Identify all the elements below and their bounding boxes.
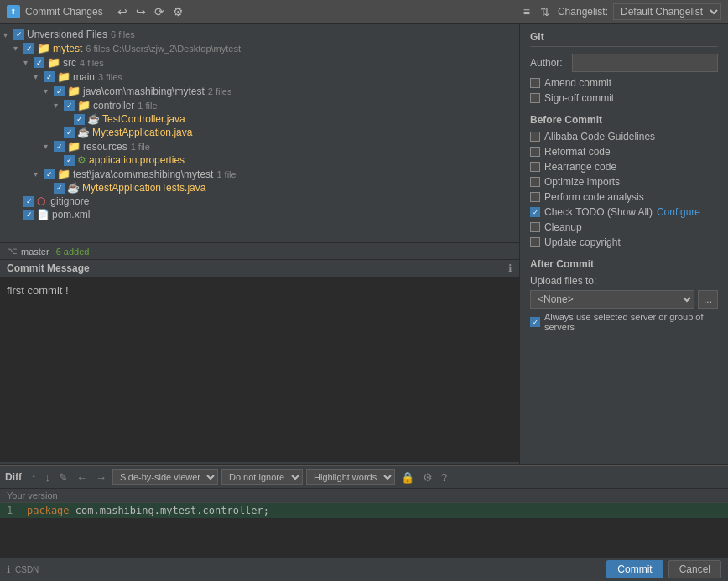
diff-section: Diff ↑ ↓ ✎ ← → Side-by-side viewer Do no… [0, 464, 728, 557]
cleanup-row[interactable]: Cleanup [530, 221, 718, 233]
commit-message-textarea[interactable]: first commit ! [0, 278, 519, 462]
always-use-checkbox[interactable] [530, 317, 540, 327]
diff-up-btn[interactable]: ↑ [29, 470, 39, 485]
diff-left-btn[interactable]: ← [74, 470, 90, 485]
check-todo-row[interactable]: Check TODO (Show All) Configure [530, 206, 718, 218]
tree-item-testcontroller[interactable]: ☕ TestController.java [0, 112, 519, 126]
tree-item-appprops[interactable]: ⚙ application.properties [0, 153, 519, 167]
alibaba-row[interactable]: Alibaba Code Guidelines [530, 131, 718, 143]
diff-down-btn[interactable]: ↓ [43, 470, 54, 485]
checkbox-pomxml[interactable] [23, 210, 34, 220]
checkbox-main[interactable] [44, 71, 55, 82]
reformat-checkbox[interactable] [530, 147, 540, 157]
tree-item-gitignore[interactable]: ⬡ .gitignore [0, 195, 519, 208]
amend-commit-row[interactable]: Amend commit [530, 77, 718, 89]
expand-arrow-unversioned[interactable]: ▾ [3, 30, 13, 39]
checkbox-controller[interactable] [64, 100, 75, 111]
java-path-label: java\com\mashibing\mytest [83, 86, 205, 97]
rearrange-row[interactable]: Rearrange code [530, 161, 718, 173]
tree-item-main[interactable]: ▾ 📁 main 3 files [0, 70, 519, 84]
diff-gear-btn[interactable]: ⚙ [420, 470, 435, 485]
bottom-actions: Commit Cancel [606, 560, 721, 578]
toolbar-actions: ↩ ↪ ⟳ ⚙ [115, 5, 186, 18]
checkbox-resources[interactable] [54, 141, 65, 152]
expand-arrow-controller[interactable]: ▾ [54, 101, 64, 110]
tree-item-test-path[interactable]: ▾ 📁 test\java\com\mashibing\mytest 1 fil… [0, 167, 519, 181]
checkbox-mytestapp[interactable] [64, 127, 75, 138]
checkbox-appprops[interactable] [64, 155, 75, 166]
checkbox-unversioned[interactable] [13, 29, 24, 40]
upload-btn[interactable]: ... [698, 290, 718, 309]
expand-button[interactable]: ⇅ [538, 5, 553, 18]
optimize-checkbox[interactable] [530, 177, 540, 187]
main-area: ▾ Unversioned Files 6 files ▾ 📁 mytest 6… [0, 24, 728, 464]
alibaba-checkbox[interactable] [530, 132, 540, 142]
amend-commit-checkbox[interactable] [530, 78, 540, 88]
checkbox-testcontroller[interactable] [74, 114, 85, 125]
diff-highlight-select[interactable]: Highlight words [306, 469, 395, 485]
checkbox-mytestapptests[interactable] [54, 183, 65, 194]
folder-icon-test-path: 📁 [57, 168, 70, 180]
expand-arrow-resources[interactable]: ▾ [44, 142, 54, 151]
sort-button[interactable]: ≡ [521, 5, 533, 18]
upload-select-row: <None> ... [530, 290, 718, 309]
tree-item-java-path[interactable]: ▾ 📁 java\com\mashibing\mytest 2 files [0, 84, 519, 98]
checkbox-mytest[interactable] [23, 43, 34, 54]
tree-item-unversioned[interactable]: ▾ Unversioned Files 6 files [0, 28, 519, 41]
tree-item-src[interactable]: ▾ 📁 src 4 files [0, 55, 519, 70]
upload-label: Upload files to: [530, 275, 718, 287]
rearrange-checkbox[interactable] [530, 162, 540, 172]
branch-name: master [21, 246, 49, 257]
cleanup-checkbox[interactable] [530, 222, 540, 232]
tree-item-controller[interactable]: ▾ 📁 controller 1 file [0, 98, 519, 112]
status-bar: ⌥ master 6 added [0, 242, 519, 259]
author-field: Author: [530, 54, 718, 72]
checkbox-src[interactable] [34, 57, 44, 68]
upload-select[interactable]: <None> [530, 290, 694, 309]
undo-button[interactable]: ↩ [115, 5, 130, 18]
reformat-row[interactable]: Reformat code [530, 146, 718, 158]
diff-lock-btn[interactable]: 🔒 [398, 470, 417, 485]
diff-help-btn[interactable]: ? [439, 470, 450, 485]
optimize-row[interactable]: Optimize imports [530, 176, 718, 188]
redo-button[interactable]: ↪ [133, 5, 148, 18]
cancel-button[interactable]: Cancel [668, 560, 721, 578]
sign-off-checkbox[interactable] [530, 93, 540, 103]
diff-edit-btn[interactable]: ✎ [56, 470, 70, 485]
check-todo-checkbox[interactable] [530, 207, 540, 217]
checkbox-java-path[interactable] [54, 86, 65, 96]
expand-arrow-test-path[interactable]: ▾ [34, 169, 44, 179]
tree-item-pomxml[interactable]: 📄 pom.xml [0, 208, 519, 221]
code-analysis-checkbox[interactable] [530, 192, 540, 202]
configure-link[interactable]: Configure [657, 206, 700, 218]
file-tree[interactable]: ▾ Unversioned Files 6 files ▾ 📁 mytest 6… [0, 24, 519, 242]
settings-button[interactable]: ⚙ [170, 5, 186, 18]
checkbox-test-path[interactable] [44, 169, 55, 179]
always-use-row[interactable]: Always use selected server or group of s… [530, 312, 718, 332]
changelist-select[interactable]: Default Changelist [613, 3, 721, 20]
refresh-button[interactable]: ⟳ [152, 5, 167, 18]
rearrange-label: Rearrange code [544, 161, 616, 173]
diff-viewer-select[interactable]: Side-by-side viewer [112, 469, 218, 485]
tree-item-resources[interactable]: ▾ 📁 resources 1 file [0, 139, 519, 153]
expand-arrow-main[interactable]: ▾ [34, 72, 44, 81]
update-copyright-checkbox[interactable] [530, 237, 540, 247]
diff-right-btn[interactable]: → [93, 470, 109, 485]
code-analysis-row[interactable]: Perform code analysis [530, 191, 718, 203]
commit-area: Commit Message ℹ first commit ! [0, 259, 519, 464]
folder-icon-java-path: 📁 [67, 85, 81, 97]
diff-ignore-select[interactable]: Do not ignore [221, 469, 303, 485]
tree-item-mytestapptests[interactable]: ☕ MytestApplicationTests.java [0, 181, 519, 195]
sign-off-row[interactable]: Sign-off commit [530, 92, 718, 104]
commit-button[interactable]: Commit [606, 560, 663, 578]
checkbox-gitignore[interactable] [23, 196, 34, 207]
expand-arrow-src[interactable]: ▾ [23, 58, 34, 67]
expand-arrow-java-path[interactable]: ▾ [44, 86, 54, 96]
expand-arrow-mytest[interactable]: ▾ [13, 44, 23, 53]
author-input[interactable] [572, 54, 718, 72]
tree-item-mytestapp[interactable]: ☕ MytestApplication.java [0, 126, 519, 139]
csdn-watermark: CSDN [15, 565, 39, 574]
update-copyright-row[interactable]: Update copyright [530, 236, 718, 248]
check-todo-label: Check TODO (Show All) [544, 206, 653, 218]
tree-item-mytest[interactable]: ▾ 📁 mytest 6 files C:\Users\zjw_2\Deskto… [0, 41, 519, 55]
